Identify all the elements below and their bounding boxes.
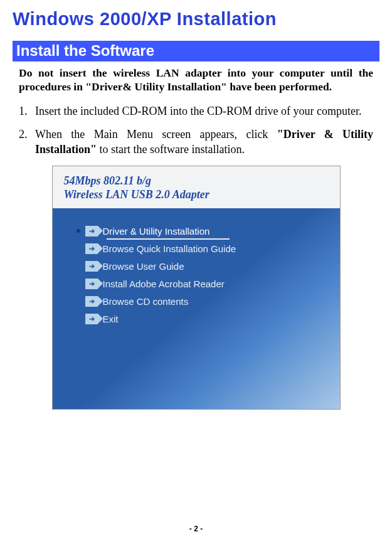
menu-label: Browse User Guide <box>103 261 184 272</box>
step-text: Insert the included CD-ROM into the CD-R… <box>35 104 373 119</box>
active-underline <box>107 238 230 240</box>
menu-item-browse-cd[interactable]: ➜ Browse CD contents <box>85 295 326 309</box>
menu-item-acrobat[interactable]: ➜ Install Adobe Acrobat Reader <box>85 277 326 291</box>
step-number: 1. <box>19 104 35 119</box>
screenshot-header: 54Mbps 802.11 b/g Wireless LAN USB 2.0 A… <box>53 166 340 208</box>
menu-label: Exit <box>103 314 119 324</box>
menu-item-driver-install[interactable]: ➜ Driver & Utility Installation <box>85 225 326 238</box>
section-header: Install the Software <box>13 41 379 61</box>
bullet-decoration <box>77 229 80 233</box>
step-text-after: to start the software installation. <box>97 143 245 156</box>
page-title: Windows 2000/XP Installation <box>13 9 379 29</box>
screenshot-body: ➜ Driver & Utility Installation ➜ Browse… <box>53 208 340 409</box>
step-text-before: When the Main Menu screen appears, click <box>35 128 277 141</box>
step-list: 1. Insert the included CD-ROM into the C… <box>19 104 373 157</box>
menu-item-user-guide[interactable]: ➜ Browse User Guide <box>85 260 326 274</box>
arrow-icon: ➜ <box>85 279 98 289</box>
menu-item-quick-guide[interactable]: ➜ Browse Quick Installation Guide <box>85 242 326 256</box>
menu-label: Browse Quick Installation Guide <box>103 243 236 254</box>
arrow-icon: ➜ <box>85 243 98 254</box>
menu-label: Install Adobe Acrobat Reader <box>103 279 225 289</box>
arrow-icon: ➜ <box>85 296 98 307</box>
step-number: 2. <box>19 127 35 157</box>
step-item: 1. Insert the included CD-ROM into the C… <box>19 104 373 119</box>
step-text: When the Main Menu screen appears, click… <box>35 127 373 157</box>
arrow-icon: ➜ <box>85 226 98 236</box>
product-title-line2: Wireless LAN USB 2.0 Adapter <box>64 188 329 202</box>
arrow-icon: ➜ <box>85 261 98 272</box>
step-item: 2. When the Main Menu screen appears, cl… <box>19 127 373 157</box>
arrow-icon: ➜ <box>85 314 98 324</box>
warning-text: Do not insert the wireless LAN adapter i… <box>19 66 373 94</box>
product-title-line1: 54Mbps 802.11 b/g <box>64 174 329 188</box>
page-number: - 2 - <box>0 524 392 533</box>
installer-screenshot: 54Mbps 802.11 b/g Wireless LAN USB 2.0 A… <box>52 166 341 410</box>
menu-label: Browse CD contents <box>103 296 189 307</box>
menu-label: Driver & Utility Installation <box>103 226 210 236</box>
menu-item-exit[interactable]: ➜ Exit <box>85 312 326 326</box>
